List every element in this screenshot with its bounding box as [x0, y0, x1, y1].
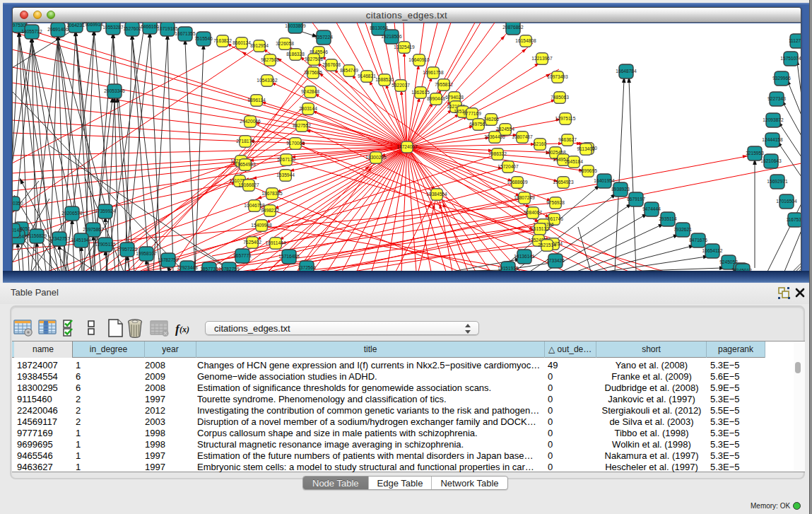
svg-text:19384554: 19384554 — [426, 192, 447, 197]
svg-text:15720407: 15720407 — [498, 164, 519, 169]
svg-text:3824554: 3824554 — [496, 127, 514, 132]
svg-text:7163822: 7163822 — [213, 38, 232, 43]
svg-text:19958107: 19958107 — [136, 251, 157, 256]
svg-text:2803144: 2803144 — [299, 106, 317, 111]
svg-text:2935114: 2935114 — [659, 216, 677, 221]
svg-text:1112711: 1112711 — [789, 38, 801, 43]
svg-text:12975115: 12975115 — [555, 116, 576, 121]
svg-text:8813054: 8813054 — [370, 25, 388, 30]
svg-text:(x): (x) — [180, 325, 189, 334]
svg-text:1527602: 1527602 — [123, 26, 141, 31]
svg-text:9896114: 9896114 — [247, 98, 266, 103]
svg-text:19654923: 19654923 — [553, 180, 574, 185]
svg-text:2367608: 2367608 — [322, 62, 341, 67]
svg-text:6679197: 6679197 — [627, 197, 645, 201]
svg-text:17359924: 17359924 — [95, 209, 116, 214]
svg-text:1857733: 1857733 — [200, 267, 218, 271]
svg-text:9329966: 9329966 — [772, 76, 791, 81]
svg-text:3226058: 3226058 — [276, 41, 294, 46]
svg-text:18807249: 18807249 — [514, 195, 535, 200]
svg-text:1615132: 1615132 — [531, 226, 549, 231]
svg-text:19654983: 19654983 — [235, 162, 256, 167]
svg-text:10543362: 10543362 — [257, 78, 278, 83]
svg-text:9827508: 9827508 — [261, 57, 279, 62]
svg-text:9474444: 9474444 — [642, 206, 661, 211]
svg-text:25260350: 25260350 — [12, 201, 23, 206]
svg-text:10782759: 10782759 — [218, 267, 240, 271]
svg-text:12444158: 12444158 — [762, 137, 783, 142]
svg-text:9227343: 9227343 — [767, 96, 786, 101]
svg-text:18300295: 18300295 — [365, 155, 387, 160]
svg-text:5322037: 5322037 — [392, 83, 410, 88]
svg-text:8912954: 8912954 — [250, 43, 269, 48]
svg-text:9084067: 9084067 — [524, 210, 542, 215]
svg-text:12213967: 12213967 — [531, 56, 553, 61]
svg-text:24420046: 24420046 — [240, 119, 261, 124]
svg-text:9327508: 9327508 — [305, 57, 323, 62]
svg-text:10046758: 10046758 — [244, 203, 265, 208]
svg-text:8660124: 8660124 — [233, 40, 251, 45]
svg-text:9777169: 9777169 — [463, 111, 481, 116]
svg-text:10553287: 10553287 — [102, 25, 124, 30]
svg-text:1588520: 1588520 — [375, 77, 394, 82]
svg-text:16210643: 16210643 — [760, 158, 782, 163]
svg-text:7357224: 7357224 — [314, 35, 333, 40]
svg-text:17957225: 17957225 — [117, 247, 138, 252]
svg-text:9300143: 9300143 — [12, 228, 22, 233]
svg-text:8454749: 8454749 — [340, 68, 358, 73]
svg-text:16671355: 16671355 — [175, 31, 196, 36]
svg-text:11451944: 11451944 — [71, 238, 92, 243]
svg-text:16782759: 16782759 — [158, 257, 179, 262]
svg-text:2645184: 2645184 — [565, 159, 583, 164]
svg-text:1372564: 1372564 — [298, 265, 316, 270]
svg-text:19218506: 19218506 — [381, 34, 402, 39]
svg-text:9146821: 9146821 — [358, 74, 376, 78]
svg-text:16911444: 16911444 — [266, 240, 286, 245]
svg-text:10688609: 10688609 — [507, 180, 528, 185]
svg-text:10654112: 10654112 — [702, 248, 723, 253]
svg-text:9657771: 9657771 — [233, 253, 252, 258]
svg-text:16154808: 16154808 — [515, 38, 536, 43]
svg-text:15409948: 15409948 — [251, 223, 272, 228]
svg-text:16961758: 16961758 — [423, 70, 444, 75]
svg-text:18724007: 18724007 — [396, 144, 418, 149]
svg-text:746266: 746266 — [483, 117, 499, 122]
svg-text:7625402: 7625402 — [243, 240, 261, 245]
svg-text:19151913: 19151913 — [498, 266, 519, 271]
svg-text:5267130: 5267130 — [277, 157, 295, 162]
svg-text:16648784: 16648784 — [616, 69, 637, 74]
svg-text:7485063: 7485063 — [551, 95, 569, 100]
svg-text:19166827: 19166827 — [238, 182, 259, 187]
svg-text:15692971: 15692971 — [767, 179, 788, 184]
svg-text:10973493: 10973493 — [547, 74, 568, 79]
svg-text:9756928: 9756928 — [546, 200, 565, 205]
svg-text:9899695: 9899695 — [579, 168, 597, 173]
svg-text:10719185: 10719185 — [157, 26, 178, 31]
svg-text:2718176: 2718176 — [236, 139, 254, 144]
svg-text:12905135: 12905135 — [95, 242, 116, 247]
svg-text:1733426: 1733426 — [546, 258, 565, 263]
svg-text:9242848: 9242848 — [301, 89, 319, 94]
svg-text:14136141: 14136141 — [514, 254, 535, 259]
svg-text:12342757: 12342757 — [49, 236, 70, 241]
svg-text:7955812: 7955812 — [435, 82, 453, 87]
svg-text:12923448: 12923448 — [177, 265, 198, 270]
svg-text:20364436: 20364436 — [484, 134, 505, 139]
svg-text:12093872: 12093872 — [763, 117, 784, 122]
svg-text:8938923: 8938923 — [611, 187, 630, 192]
svg-text:11156829: 11156829 — [27, 233, 47, 238]
svg-text:6466160: 6466160 — [141, 24, 159, 29]
svg-text:8471676: 8471676 — [689, 238, 707, 243]
svg-text:1167534: 1167534 — [786, 217, 801, 222]
svg-text:20876862: 20876862 — [502, 25, 524, 30]
svg-text:62160: 62160 — [534, 141, 547, 146]
svg-text:9463627: 9463627 — [558, 137, 577, 142]
svg-text:8427552: 8427552 — [293, 123, 311, 128]
svg-text:9113403: 9113403 — [577, 146, 595, 151]
svg-text:13325419: 13325419 — [394, 45, 415, 49]
svg-text:8990448: 8990448 — [427, 96, 445, 101]
svg-text:9245012: 9245012 — [734, 268, 752, 271]
svg-text:10807487: 10807487 — [512, 134, 533, 139]
svg-text:7986322: 7986322 — [488, 151, 507, 156]
svg-text:16640910: 16640910 — [408, 57, 430, 62]
